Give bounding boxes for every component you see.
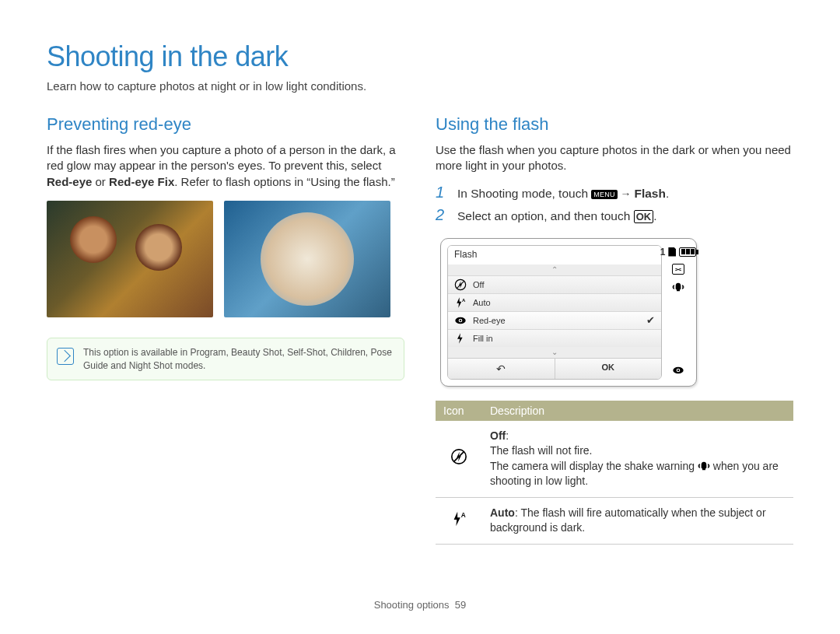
option-label: Red-eye: [473, 316, 506, 325]
battery-icon: [679, 247, 696, 257]
table-row: Auto: The flash will fire automatically …: [436, 497, 793, 544]
step-text: In Shooting mode, touch MENU → Flash.: [457, 187, 669, 201]
step-1: 1 In Shooting mode, touch MENU → Flash.: [436, 184, 793, 201]
section-heading-preventing-red-eye: Preventing red-eye: [47, 114, 404, 135]
row-title: Off: [490, 429, 506, 442]
check-icon: ✔: [646, 314, 655, 326]
flash-auto-icon: [450, 510, 467, 527]
using-flash-paragraph: Use the flash when you capture photos in…: [436, 142, 793, 174]
row-line: The flash will not fire.: [490, 444, 593, 457]
step-text-part: In Shooting mode, touch: [457, 187, 591, 200]
sd-card-icon: [668, 247, 676, 257]
note-text: This option is available in Program, Bea…: [83, 347, 392, 371]
flash-option-auto[interactable]: Auto: [448, 293, 661, 311]
row-icon-cell: [436, 497, 482, 544]
flash-fillin-icon: [454, 332, 467, 345]
red-eye-icon: [454, 314, 467, 327]
ok-icon: OK: [634, 210, 654, 223]
photo-count: 1: [660, 247, 666, 257]
chevron-up-icon[interactable]: ⌃: [448, 264, 661, 275]
device-list: ⌃ Off Auto Red-eye: [448, 264, 661, 358]
row-title: Auto: [490, 506, 515, 519]
step-list: 1 In Shooting mode, touch MENU → Flash. …: [436, 184, 793, 224]
section-heading-using-flash: Using the flash: [436, 114, 793, 135]
red-eye-icon: [672, 364, 684, 377]
option-label: Auto: [473, 298, 491, 307]
shake-icon: [698, 460, 710, 472]
menu-icon: MENU: [591, 190, 617, 199]
device-screenshot: Flash ⌃ Off Auto: [440, 238, 697, 387]
bold-flash: Flash: [634, 187, 665, 200]
row-line: The camera will display the shake warnin…: [490, 460, 698, 472]
option-label: Fill in: [473, 334, 493, 343]
step-text-part: .: [653, 209, 656, 222]
device-status-bar: 1: [667, 245, 690, 380]
device-panel: Flash ⌃ Off Auto: [447, 245, 662, 380]
flash-option-red-eye[interactable]: Red-eye ✔: [448, 311, 661, 329]
row-line: : The flash will fire automatically when…: [490, 506, 766, 534]
left-column: Preventing red-eye If the flash fires wh…: [47, 114, 404, 545]
page-subtitle: Learn how to capture photos at night or …: [47, 79, 793, 93]
bold-red-eye-fix: Red-eye Fix: [109, 175, 174, 188]
flash-auto-icon: [454, 296, 467, 309]
table-header-icon: Icon: [436, 401, 482, 421]
flash-description-table: Icon Description Off: The flash will not…: [436, 401, 793, 545]
para-text: or: [92, 175, 109, 188]
table-row: Off: The flash will not fire. The camera…: [436, 421, 793, 498]
flash-option-fill-in[interactable]: Fill in: [448, 329, 661, 347]
ok-button[interactable]: OK: [555, 359, 662, 379]
example-photo-corrected: [224, 201, 390, 317]
option-label: Off: [473, 280, 484, 289]
step-number: 1: [436, 184, 448, 201]
flash-off-icon: [450, 448, 467, 465]
table-header-description: Description: [482, 401, 793, 421]
page-title: Shooting in the dark: [47, 40, 793, 73]
note-box: This option is available in Program, Bea…: [47, 338, 404, 381]
bold-red-eye: Red-eye: [47, 175, 92, 188]
flash-option-off[interactable]: Off: [448, 275, 661, 293]
para-text: If the flash fires when you capture a ph…: [47, 143, 396, 172]
device-title: Flash: [448, 246, 661, 264]
step-text-part: .: [666, 187, 669, 200]
shake-icon: [672, 281, 684, 293]
row-description-cell: Off: The flash will not fire. The camera…: [482, 421, 793, 498]
note-icon: [57, 348, 74, 365]
chevron-down-icon[interactable]: ⌄: [448, 347, 661, 358]
flash-off-icon: [454, 278, 467, 291]
example-photo-red-eye: [47, 201, 213, 317]
para-text: . Refer to flash options in “Using the f…: [174, 175, 394, 188]
back-button[interactable]: ↶: [448, 359, 555, 379]
landscape-icon: [672, 264, 684, 275]
step-text: Select an option, and then touch OK.: [457, 209, 656, 223]
footer-section: Shooting options: [374, 599, 450, 611]
step-text-part: Select an option, and then touch: [457, 209, 634, 222]
example-photo-row: [47, 201, 404, 317]
right-column: Using the flash Use the flash when you c…: [436, 114, 793, 545]
step-number: 2: [436, 206, 448, 224]
row-description-cell: Auto: The flash will fire automatically …: [482, 497, 793, 544]
step-2: 2 Select an option, and then touch OK.: [436, 206, 793, 224]
footer-page-number: 59: [455, 599, 466, 611]
row-icon-cell: [436, 421, 482, 498]
page-footer: Shooting options 59: [0, 599, 840, 611]
preventing-red-eye-paragraph: If the flash fires when you capture a ph…: [47, 142, 404, 190]
arrow-icon: →: [618, 187, 635, 200]
